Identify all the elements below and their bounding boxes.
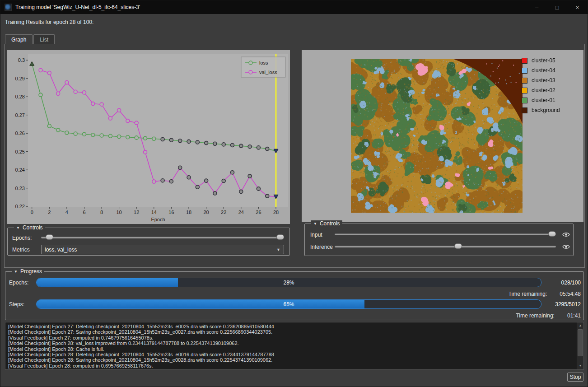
window-controls: – □ × — [527, 0, 588, 14]
steps-count: 3295/5012 — [555, 301, 581, 308]
tab-graph[interactable]: Graph — [5, 34, 33, 44]
epochs-range-slider — [41, 234, 284, 241]
legend-item: cluster-02 — [522, 87, 560, 93]
log-line: [Model Checkpoint] Epoch 28: Saving chec… — [8, 357, 574, 363]
results-subtitle: Training Results for epoch 28 of 100: — [5, 19, 93, 25]
legend-item: cluster-04 — [522, 67, 560, 74]
svg-text:0.28: 0.28 — [15, 94, 25, 99]
stop-button[interactable]: Stop — [567, 373, 583, 382]
log-line: [Model Checkpoint] Epoch 28: Deleting ch… — [8, 352, 574, 357]
svg-text:8: 8 — [100, 210, 103, 215]
svg-text:22: 22 — [221, 210, 226, 215]
svg-text:loss: loss — [259, 60, 268, 65]
segmentation-legend: cluster-05cluster-04cluster-03cluster-02… — [522, 57, 560, 117]
window-title: Training model 'SegWiz_U-Net_dl-5_ifc-64… — [15, 4, 140, 10]
time-remaining-value: 01:41 — [567, 312, 581, 319]
svg-text:16: 16 — [168, 210, 174, 215]
metrics-dropdown[interactable]: loss, val_loss ▼ — [41, 245, 284, 254]
epochs-progress-bar: 28% — [36, 278, 541, 287]
input-visibility-button[interactable] — [561, 231, 571, 238]
metrics-label: Metrics — [12, 247, 30, 253]
scroll-up-icon[interactable]: ▲ — [577, 323, 583, 329]
log-line: [Model Checkpoint] Epoch 28: val_loss im… — [8, 340, 574, 346]
inference-slider-handle[interactable] — [454, 243, 462, 249]
svg-text:12: 12 — [134, 210, 139, 215]
scrollbar-thumb[interactable] — [578, 329, 583, 356]
epochs-slider-label: Epochs: — [12, 235, 32, 241]
inference-visibility-button[interactable] — [561, 243, 571, 250]
input-opacity-slider — [335, 231, 556, 238]
svg-text:18: 18 — [186, 210, 191, 215]
inference-slider-groove[interactable] — [335, 246, 556, 247]
legend-item: cluster-05 — [522, 57, 560, 64]
svg-text:26: 26 — [256, 210, 261, 215]
log-line: [Visual Feedback] Epoch 28: computed in … — [8, 363, 574, 368]
svg-text:0.26: 0.26 — [15, 131, 25, 136]
legend-item: cluster-01 — [522, 97, 560, 103]
training-dialog-window: Training model 'SegWiz_U-Net_dl-5_ifc-64… — [0, 0, 588, 387]
epochs-slider-start-handle[interactable] — [46, 234, 53, 240]
collapse-arrow-icon[interactable]: ▼ — [313, 220, 317, 227]
close-button[interactable]: × — [567, 0, 588, 14]
steps-progress-percent: 65% — [37, 300, 541, 308]
steps-progress-bar: 65% — [36, 299, 541, 309]
segmentation-image — [351, 59, 523, 213]
scroll-down-icon[interactable]: ▼ — [577, 363, 583, 369]
legend-item: cluster-03 — [522, 77, 560, 84]
minimize-button[interactable]: – — [527, 0, 547, 14]
epochs-slider-groove[interactable] — [41, 237, 284, 238]
svg-text:24: 24 — [238, 210, 244, 215]
epochs-time-remaining: Time remaining: 05:54:48 — [509, 291, 581, 297]
progress-groupbox: ▼ Progress Epochs: 28% 028/100 Time rema… — [5, 271, 584, 320]
time-remaining-label: Time remaining: — [516, 312, 555, 319]
svg-text:0.22: 0.22 — [15, 204, 25, 209]
svg-text:0.29: 0.29 — [15, 76, 25, 81]
log-line: [Visual Feedback] Epoch 27: computed in … — [8, 335, 574, 340]
epochs-slider-end-handle[interactable] — [276, 234, 284, 240]
right-controls-groupbox: ▼ Controls Input Inference — [304, 224, 574, 256]
legend-swatch — [522, 78, 527, 84]
svg-text:val_loss: val_loss — [259, 70, 277, 75]
legend-label: background — [532, 107, 560, 113]
segmentation-panel: cluster-05cluster-04cluster-03cluster-02… — [302, 50, 583, 222]
collapse-arrow-icon[interactable]: ▼ — [16, 224, 20, 231]
input-slider-groove[interactable] — [335, 233, 556, 235]
legend-label: cluster-05 — [532, 57, 555, 64]
graph-tab-content: 0.30.290.280.270.260.250.240.230.2202468… — [4, 44, 585, 268]
svg-text:6: 6 — [83, 210, 85, 215]
log-line: [Model Checkpoint] Epoch 27: Deleting ch… — [8, 324, 574, 329]
eye-icon — [562, 232, 570, 238]
right-controls-title: ▼ Controls — [311, 220, 342, 227]
metrics-dropdown-value: loss, val_loss — [45, 247, 77, 253]
app-icon — [5, 4, 12, 11]
epochs-progress-label: Epochs: — [9, 280, 28, 286]
svg-text:Epoch: Epoch — [151, 217, 165, 222]
progress-title-label: Progress — [20, 268, 42, 275]
left-controls-title: ▼ Controls — [14, 224, 45, 231]
svg-text:0: 0 — [31, 210, 33, 215]
inference-opacity-label: Inference — [310, 244, 333, 250]
legend-label: cluster-02 — [532, 87, 555, 93]
maximize-button[interactable]: □ — [547, 0, 567, 14]
left-controls-groupbox: ▼ Controls Epochs: Metrics loss, val_los… — [7, 228, 290, 256]
svg-text:10: 10 — [116, 210, 121, 215]
tab-list[interactable]: List — [33, 34, 55, 44]
loss-chart: 0.30.290.280.270.260.250.240.230.2202468… — [7, 50, 290, 224]
input-slider-handle[interactable] — [548, 231, 556, 237]
svg-text:14: 14 — [151, 210, 157, 215]
chevron-down-icon: ▼ — [276, 247, 280, 252]
svg-text:0.25: 0.25 — [15, 149, 25, 154]
svg-text:0.3: 0.3 — [18, 57, 25, 63]
time-remaining-label: Time remaining: — [509, 291, 547, 297]
left-controls-title-label: Controls — [23, 224, 43, 231]
legend-item: background — [522, 107, 560, 113]
legend-label: cluster-03 — [532, 77, 555, 84]
collapse-arrow-icon[interactable]: ▼ — [14, 268, 18, 275]
legend-swatch — [522, 68, 527, 74]
svg-text:0.24: 0.24 — [15, 167, 25, 173]
legend-label: cluster-04 — [532, 67, 555, 74]
svg-text:20: 20 — [203, 210, 209, 215]
time-remaining-value: 05:54:48 — [560, 291, 581, 297]
loss-chart-panel: 0.30.290.280.270.260.250.240.230.2202468… — [7, 50, 290, 224]
log-line: [Model Checkpoint] Epoch 28: Cache is fu… — [8, 346, 574, 352]
